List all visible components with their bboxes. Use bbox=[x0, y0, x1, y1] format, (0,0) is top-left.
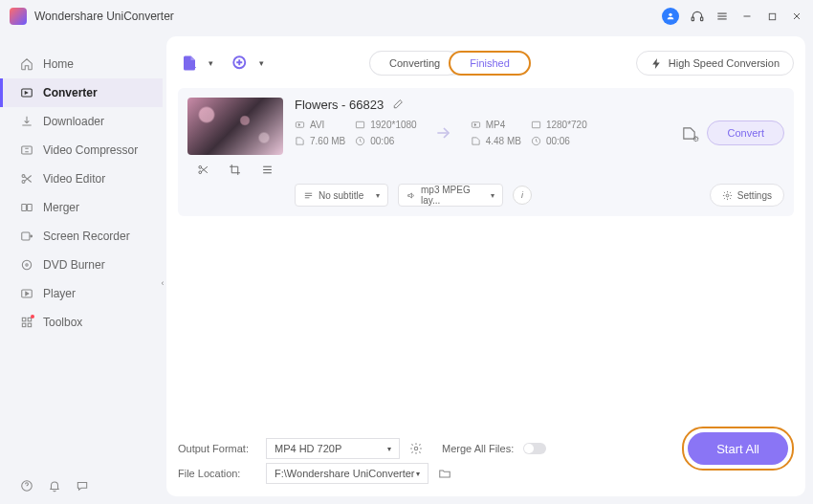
svg-point-40 bbox=[414, 447, 418, 450]
sidebar-item-dvd[interactable]: DVD Burner bbox=[0, 251, 163, 279]
effect-icon[interactable] bbox=[260, 163, 274, 176]
svg-rect-14 bbox=[21, 205, 26, 211]
sidebar-item-label: Converter bbox=[43, 86, 98, 99]
chevron-down-icon[interactable]: ▾ bbox=[259, 58, 264, 68]
output-settings-icon[interactable]: ⚙ bbox=[680, 124, 697, 142]
crop-icon[interactable] bbox=[229, 163, 242, 176]
src-format: AVI bbox=[295, 120, 345, 130]
file-settings-button[interactable]: Settings bbox=[710, 184, 784, 207]
compress-icon bbox=[19, 143, 33, 158]
close-button[interactable] bbox=[790, 10, 803, 23]
merge-label: Merge All Files: bbox=[442, 443, 514, 454]
dvd-icon bbox=[19, 258, 33, 273]
src-duration: 00:06 bbox=[355, 136, 416, 146]
convert-button[interactable]: Convert bbox=[707, 121, 784, 145]
sidebar-item-converter[interactable]: Converter bbox=[0, 78, 163, 107]
app-logo bbox=[10, 8, 27, 25]
svg-rect-16 bbox=[21, 232, 29, 240]
home-icon bbox=[19, 57, 33, 72]
svg-rect-24 bbox=[28, 323, 32, 327]
sidebar-item-compressor[interactable]: Video Compressor bbox=[0, 136, 163, 164]
file-location-select[interactable]: F:\Wondershare UniConverter▾ bbox=[266, 463, 428, 484]
file-location-label: File Location: bbox=[178, 468, 256, 479]
sidebar-item-label: Home bbox=[43, 57, 74, 71]
svg-rect-22 bbox=[28, 318, 32, 321]
app-title: Wondershare UniConverter bbox=[34, 10, 662, 23]
svg-point-0 bbox=[669, 13, 671, 16]
sidebar-item-label: Downloader bbox=[43, 115, 104, 128]
sidebar-item-toolbox[interactable]: Toolbox bbox=[0, 308, 163, 337]
format-settings-icon[interactable] bbox=[409, 442, 423, 455]
file-thumbnail[interactable] bbox=[187, 98, 283, 155]
subtitle-dropdown[interactable]: No subtitle▾ bbox=[295, 184, 388, 207]
merge-icon bbox=[19, 201, 33, 215]
output-format-label: Output Format: bbox=[178, 443, 256, 454]
svg-rect-1 bbox=[692, 17, 693, 21]
sidebar-item-label: Screen Recorder bbox=[43, 230, 130, 243]
dst-resolution: 1280*720 bbox=[531, 120, 587, 130]
sidebar-item-label: Video Editor bbox=[43, 172, 105, 186]
high-speed-button[interactable]: High Speed Conversion bbox=[636, 51, 794, 76]
start-all-button[interactable]: Start All bbox=[688, 432, 788, 465]
svg-point-39 bbox=[726, 194, 729, 197]
svg-rect-15 bbox=[27, 205, 32, 211]
merge-toggle[interactable] bbox=[523, 443, 546, 454]
bell-icon[interactable] bbox=[47, 478, 61, 493]
sidebar-item-recorder[interactable]: Screen Recorder bbox=[0, 222, 163, 251]
svg-rect-23 bbox=[22, 323, 26, 327]
dst-format: MP4 bbox=[471, 120, 521, 130]
svg-point-17 bbox=[30, 235, 32, 237]
add-url-button[interactable] bbox=[229, 52, 252, 75]
svg-rect-21 bbox=[22, 318, 26, 321]
sidebar-item-label: Toolbox bbox=[43, 316, 82, 329]
scissors-icon bbox=[19, 172, 33, 186]
sidebar-item-editor[interactable]: Video Editor bbox=[0, 164, 163, 193]
maximize-button[interactable] bbox=[765, 10, 779, 23]
src-size: 7.60 MB bbox=[295, 136, 345, 146]
svg-point-18 bbox=[22, 260, 31, 269]
audio-dropdown[interactable]: mp3 MPEG lay...▾ bbox=[398, 184, 503, 207]
sidebar-item-home[interactable]: Home bbox=[0, 50, 163, 78]
converter-icon bbox=[19, 86, 33, 100]
svg-text:+: + bbox=[191, 64, 196, 73]
record-icon bbox=[19, 230, 33, 244]
high-speed-label: High Speed Conversion bbox=[669, 57, 780, 69]
play-icon bbox=[19, 287, 33, 301]
open-folder-icon[interactable] bbox=[438, 467, 451, 480]
sidebar-item-label: DVD Burner bbox=[43, 258, 105, 272]
sidebar-item-downloader[interactable]: Downloader bbox=[0, 107, 163, 136]
dst-duration: 00:06 bbox=[531, 136, 587, 146]
trim-icon[interactable] bbox=[197, 163, 210, 176]
user-avatar[interactable] bbox=[662, 8, 679, 25]
minimize-button[interactable] bbox=[740, 10, 754, 23]
svg-rect-2 bbox=[701, 17, 703, 21]
svg-point-19 bbox=[25, 264, 27, 266]
menu-icon[interactable] bbox=[715, 10, 729, 23]
sidebar-item-player[interactable]: Player bbox=[0, 279, 163, 308]
add-file-button[interactable]: + bbox=[178, 52, 201, 75]
tab-finished[interactable]: Finished bbox=[449, 51, 531, 76]
output-format-select[interactable]: MP4 HD 720P▾ bbox=[266, 438, 400, 459]
info-icon[interactable]: i bbox=[513, 186, 532, 205]
sidebar: Home Converter Downloader Video Compress… bbox=[0, 33, 163, 504]
help-icon[interactable] bbox=[19, 478, 33, 493]
svg-rect-34 bbox=[357, 121, 364, 127]
arrow-icon bbox=[434, 123, 453, 142]
sidebar-item-merger[interactable]: Merger bbox=[0, 193, 163, 222]
dst-size: 4.48 MB bbox=[471, 136, 521, 146]
svg-rect-7 bbox=[769, 13, 775, 19]
grid-icon bbox=[19, 316, 33, 330]
headset-icon[interactable] bbox=[691, 10, 704, 23]
file-card: Flowers - 66823 AVI 7.60 MB 1920*1080 00… bbox=[178, 88, 794, 216]
feedback-icon[interactable] bbox=[75, 478, 89, 493]
tab-converting[interactable]: Converting bbox=[369, 51, 460, 76]
svg-rect-11 bbox=[21, 146, 32, 154]
src-resolution: 1920*1080 bbox=[355, 120, 416, 130]
sidebar-item-label: Merger bbox=[43, 201, 79, 214]
chevron-down-icon[interactable]: ▾ bbox=[209, 58, 213, 68]
sidebar-item-label: Video Compressor bbox=[43, 143, 138, 157]
download-icon bbox=[19, 115, 33, 129]
edit-title-icon[interactable] bbox=[391, 99, 404, 111]
svg-rect-37 bbox=[532, 121, 539, 127]
file-title: Flowers - 66823 bbox=[295, 98, 384, 112]
